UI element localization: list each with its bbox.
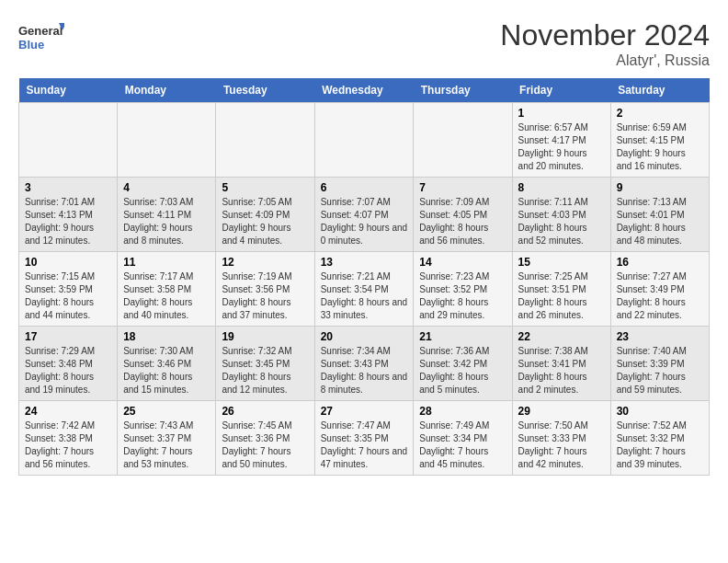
day-info: Sunrise: 7:38 AM Sunset: 3:41 PM Dayligh… bbox=[518, 345, 605, 396]
day-cell: 16Sunrise: 7:27 AM Sunset: 3:49 PM Dayli… bbox=[610, 252, 709, 327]
day-cell: 22Sunrise: 7:38 AM Sunset: 3:41 PM Dayli… bbox=[512, 327, 610, 401]
day-cell: 8Sunrise: 7:11 AM Sunset: 4:03 PM Daylig… bbox=[512, 178, 610, 252]
day-info: Sunrise: 7:11 AM Sunset: 4:03 PM Dayligh… bbox=[518, 196, 605, 247]
day-cell: 2Sunrise: 6:59 AM Sunset: 4:15 PM Daylig… bbox=[610, 103, 709, 178]
day-number: 29 bbox=[518, 405, 605, 418]
day-cell: 26Sunrise: 7:45 AM Sunset: 3:36 PM Dayli… bbox=[216, 401, 314, 476]
col-saturday: Saturday bbox=[610, 78, 709, 103]
day-cell bbox=[118, 103, 216, 178]
day-number: 8 bbox=[518, 181, 605, 194]
title-block: November 2024 Alatyr', Russia bbox=[500, 18, 710, 69]
location-subtitle: Alatyr', Russia bbox=[500, 52, 710, 69]
day-number: 2 bbox=[617, 107, 703, 120]
day-cell: 14Sunrise: 7:23 AM Sunset: 3:52 PM Dayli… bbox=[414, 252, 512, 327]
day-cell: 27Sunrise: 7:47 AM Sunset: 3:35 PM Dayli… bbox=[314, 401, 414, 476]
day-info: Sunrise: 7:25 AM Sunset: 3:51 PM Dayligh… bbox=[518, 270, 605, 322]
day-info: Sunrise: 7:49 AM Sunset: 3:34 PM Dayligh… bbox=[419, 419, 506, 471]
day-info: Sunrise: 7:09 AM Sunset: 4:05 PM Dayligh… bbox=[419, 196, 506, 247]
day-cell: 24Sunrise: 7:42 AM Sunset: 3:38 PM Dayli… bbox=[19, 401, 118, 476]
day-number: 7 bbox=[419, 181, 506, 194]
day-cell: 29Sunrise: 7:50 AM Sunset: 3:33 PM Dayli… bbox=[512, 401, 610, 476]
day-cell: 12Sunrise: 7:19 AM Sunset: 3:56 PM Dayli… bbox=[216, 252, 314, 327]
day-cell bbox=[314, 103, 414, 178]
day-info: Sunrise: 7:43 AM Sunset: 3:37 PM Dayligh… bbox=[123, 419, 210, 471]
svg-text:General: General bbox=[18, 24, 63, 38]
week-row-1: 1Sunrise: 6:57 AM Sunset: 4:17 PM Daylig… bbox=[19, 103, 710, 178]
day-cell: 25Sunrise: 7:43 AM Sunset: 3:37 PM Dayli… bbox=[118, 401, 216, 476]
calendar-header-row: Sunday Monday Tuesday Wednesday Thursday… bbox=[19, 78, 710, 103]
day-cell: 10Sunrise: 7:15 AM Sunset: 3:59 PM Dayli… bbox=[19, 252, 118, 327]
day-number: 4 bbox=[123, 181, 210, 194]
day-info: Sunrise: 7:07 AM Sunset: 4:07 PM Dayligh… bbox=[321, 196, 408, 247]
day-cell: 1Sunrise: 6:57 AM Sunset: 4:17 PM Daylig… bbox=[512, 103, 610, 178]
day-number: 22 bbox=[518, 330, 605, 343]
day-cell bbox=[216, 103, 314, 178]
day-cell: 11Sunrise: 7:17 AM Sunset: 3:58 PM Dayli… bbox=[118, 252, 216, 327]
week-row-4: 17Sunrise: 7:29 AM Sunset: 3:48 PM Dayli… bbox=[19, 327, 710, 401]
logo: General Blue bbox=[18, 18, 64, 55]
day-info: Sunrise: 7:45 AM Sunset: 3:36 PM Dayligh… bbox=[222, 419, 308, 471]
day-number: 20 bbox=[321, 330, 408, 343]
day-info: Sunrise: 7:05 AM Sunset: 4:09 PM Dayligh… bbox=[222, 196, 308, 247]
day-cell: 5Sunrise: 7:05 AM Sunset: 4:09 PM Daylig… bbox=[216, 178, 314, 252]
logo-svg: General Blue bbox=[18, 18, 64, 55]
day-info: Sunrise: 7:40 AM Sunset: 3:39 PM Dayligh… bbox=[617, 345, 703, 396]
day-number: 18 bbox=[123, 330, 210, 343]
week-row-2: 3Sunrise: 7:01 AM Sunset: 4:13 PM Daylig… bbox=[19, 178, 710, 252]
day-number: 9 bbox=[617, 181, 703, 194]
col-friday: Friday bbox=[512, 78, 610, 103]
day-info: Sunrise: 7:19 AM Sunset: 3:56 PM Dayligh… bbox=[222, 270, 308, 322]
day-cell: 20Sunrise: 7:34 AM Sunset: 3:43 PM Dayli… bbox=[314, 327, 414, 401]
day-number: 27 bbox=[321, 405, 408, 418]
day-cell: 6Sunrise: 7:07 AM Sunset: 4:07 PM Daylig… bbox=[314, 178, 414, 252]
day-info: Sunrise: 7:36 AM Sunset: 3:42 PM Dayligh… bbox=[419, 345, 506, 396]
day-number: 5 bbox=[222, 181, 308, 194]
calendar-table: Sunday Monday Tuesday Wednesday Thursday… bbox=[18, 78, 710, 476]
day-number: 6 bbox=[321, 181, 408, 194]
day-number: 13 bbox=[321, 256, 408, 269]
col-sunday: Sunday bbox=[19, 78, 118, 103]
day-info: Sunrise: 7:27 AM Sunset: 3:49 PM Dayligh… bbox=[617, 270, 703, 322]
day-number: 23 bbox=[617, 330, 703, 343]
day-number: 30 bbox=[617, 405, 703, 418]
day-cell: 28Sunrise: 7:49 AM Sunset: 3:34 PM Dayli… bbox=[414, 401, 512, 476]
day-info: Sunrise: 7:13 AM Sunset: 4:01 PM Dayligh… bbox=[617, 196, 703, 247]
day-number: 10 bbox=[25, 256, 111, 269]
col-thursday: Thursday bbox=[414, 78, 512, 103]
day-cell bbox=[414, 103, 512, 178]
day-number: 19 bbox=[222, 330, 308, 343]
day-info: Sunrise: 7:29 AM Sunset: 3:48 PM Dayligh… bbox=[25, 345, 111, 396]
day-info: Sunrise: 7:30 AM Sunset: 3:46 PM Dayligh… bbox=[123, 345, 210, 396]
day-cell: 13Sunrise: 7:21 AM Sunset: 3:54 PM Dayli… bbox=[314, 252, 414, 327]
col-wednesday: Wednesday bbox=[314, 78, 414, 103]
day-number: 21 bbox=[419, 330, 506, 343]
day-info: Sunrise: 6:57 AM Sunset: 4:17 PM Dayligh… bbox=[518, 121, 605, 173]
day-info: Sunrise: 7:03 AM Sunset: 4:11 PM Dayligh… bbox=[123, 196, 210, 247]
day-cell: 18Sunrise: 7:30 AM Sunset: 3:46 PM Dayli… bbox=[118, 327, 216, 401]
day-info: Sunrise: 7:42 AM Sunset: 3:38 PM Dayligh… bbox=[25, 419, 111, 471]
day-info: Sunrise: 7:01 AM Sunset: 4:13 PM Dayligh… bbox=[25, 196, 111, 247]
day-number: 17 bbox=[25, 330, 111, 343]
day-info: Sunrise: 6:59 AM Sunset: 4:15 PM Dayligh… bbox=[617, 121, 703, 173]
day-number: 11 bbox=[123, 256, 210, 269]
day-info: Sunrise: 7:47 AM Sunset: 3:35 PM Dayligh… bbox=[321, 419, 408, 471]
col-monday: Monday bbox=[118, 78, 216, 103]
day-info: Sunrise: 7:21 AM Sunset: 3:54 PM Dayligh… bbox=[321, 270, 408, 322]
day-number: 12 bbox=[222, 256, 308, 269]
day-cell: 30Sunrise: 7:52 AM Sunset: 3:32 PM Dayli… bbox=[610, 401, 709, 476]
day-number: 14 bbox=[419, 256, 506, 269]
day-cell: 4Sunrise: 7:03 AM Sunset: 4:11 PM Daylig… bbox=[118, 178, 216, 252]
svg-text:Blue: Blue bbox=[18, 38, 44, 52]
day-number: 28 bbox=[419, 405, 506, 418]
day-info: Sunrise: 7:50 AM Sunset: 3:33 PM Dayligh… bbox=[518, 419, 605, 471]
day-cell: 21Sunrise: 7:36 AM Sunset: 3:42 PM Dayli… bbox=[414, 327, 512, 401]
day-info: Sunrise: 7:17 AM Sunset: 3:58 PM Dayligh… bbox=[123, 270, 210, 322]
day-info: Sunrise: 7:52 AM Sunset: 3:32 PM Dayligh… bbox=[617, 419, 703, 471]
col-tuesday: Tuesday bbox=[216, 78, 314, 103]
month-title: November 2024 bbox=[500, 18, 710, 52]
day-cell bbox=[19, 103, 118, 178]
day-number: 25 bbox=[123, 405, 210, 418]
page-header: General Blue November 2024 Alatyr', Russ… bbox=[18, 18, 710, 69]
day-cell: 7Sunrise: 7:09 AM Sunset: 4:05 PM Daylig… bbox=[414, 178, 512, 252]
day-info: Sunrise: 7:32 AM Sunset: 3:45 PM Dayligh… bbox=[222, 345, 308, 396]
